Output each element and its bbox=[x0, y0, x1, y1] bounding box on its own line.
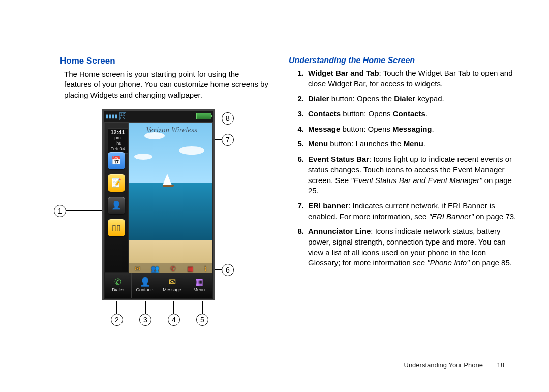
games-widget-icon: ▯▯ bbox=[108, 219, 125, 236]
dock-label: Menu bbox=[194, 287, 205, 292]
list-text: Menu button: Launches the Menu. bbox=[308, 139, 517, 149]
phone-mockup: ▮▮▮▮ 1XEV Verizon Wireless bbox=[102, 109, 215, 300]
callout-2: 2 bbox=[111, 314, 123, 326]
list-text: Contacts button: Opens Contacts. bbox=[308, 109, 517, 119]
list-number: 1. bbox=[289, 68, 304, 89]
voicemail-icon: ⌇ bbox=[204, 265, 207, 273]
numbered-list: 1.Widget Bar and Tab: Touch the Widget B… bbox=[289, 68, 517, 268]
dock-label: Contacts bbox=[136, 287, 155, 292]
dock-label: Dialer bbox=[112, 287, 124, 292]
clock-widget: 12:41 pm Thu Feb 04 bbox=[105, 125, 128, 149]
callout-leader bbox=[173, 301, 174, 314]
list-text: Event Status Bar: Icons light up to indi… bbox=[308, 154, 517, 196]
list-text: ERI banner: Indicates current network, i… bbox=[308, 201, 517, 222]
list-number: 3. bbox=[289, 109, 304, 119]
battery-icon bbox=[196, 113, 211, 119]
menu-button[interactable]: ▦ Menu bbox=[186, 273, 212, 298]
list-text: Annunciator Line: Icons indicate network… bbox=[308, 226, 517, 268]
contact-widget-icon: 👤 bbox=[108, 197, 125, 214]
callout-6: 6 bbox=[222, 264, 234, 276]
calendar-widget-icon: 📅 bbox=[108, 152, 125, 169]
list-number: 5. bbox=[289, 139, 304, 149]
footer-page-number: 18 bbox=[497, 361, 504, 369]
list-item: 3.Contacts button: Opens Contacts. bbox=[289, 109, 517, 119]
list-number: 4. bbox=[289, 124, 304, 135]
callout-8: 8 bbox=[222, 112, 234, 125]
callout-leader bbox=[145, 301, 146, 314]
data-icon: 1XEV bbox=[119, 112, 126, 120]
callout-3: 3 bbox=[139, 314, 151, 326]
list-number: 8. bbox=[289, 226, 304, 268]
dialer-button[interactable]: ✆ Dialer bbox=[105, 273, 132, 298]
missed-call-icon: ✆ bbox=[170, 265, 176, 273]
heading-home-screen: Home Screen bbox=[60, 56, 268, 66]
callout-5: 5 bbox=[196, 314, 208, 326]
clock-date: Feb 04 bbox=[108, 146, 128, 152]
signal-icon: ▮▮▮▮ bbox=[106, 113, 118, 119]
list-number: 7. bbox=[289, 201, 304, 222]
list-item: 2.Dialer button: Opens the Dialer keypad… bbox=[289, 94, 517, 104]
callout-leader bbox=[66, 210, 103, 212]
message-icon: ✉ bbox=[169, 278, 176, 287]
contacts-icon: 👤 bbox=[140, 278, 150, 287]
callout-7: 7 bbox=[222, 134, 234, 146]
widget-bar: 12:41 pm Thu Feb 04 📅 📝 👤 ▯▯ bbox=[105, 123, 128, 272]
list-text: Message button: Opens Messaging. bbox=[308, 124, 517, 135]
message-button[interactable]: ✉ Message bbox=[159, 273, 186, 298]
sailboat-graphic bbox=[163, 174, 172, 185]
callout-leader bbox=[215, 269, 222, 270]
callout-leader bbox=[215, 139, 222, 140]
menu-icon: ▦ bbox=[195, 278, 203, 287]
callout-4: 4 bbox=[168, 314, 180, 326]
heading-understanding: Understanding the Home Screen bbox=[289, 56, 517, 65]
list-item: 6.Event Status Bar: Icons light up to in… bbox=[289, 154, 517, 196]
list-text: Widget Bar and Tab: Touch the Widget Bar… bbox=[308, 68, 517, 89]
list-item: 8.Annunciator Line: Icons indicate netwo… bbox=[289, 226, 517, 268]
list-item: 1.Widget Bar and Tab: Touch the Widget B… bbox=[289, 68, 517, 89]
mail-icon: ✉ bbox=[135, 265, 140, 273]
im-icon: 👥 bbox=[151, 265, 159, 273]
clock-day: Thu bbox=[108, 141, 128, 146]
intro-paragraph: The Home screen is your starting point f… bbox=[64, 69, 268, 100]
callout-1: 1 bbox=[54, 205, 66, 217]
dock: ✆ Dialer 👤 Contacts ✉ Message ▦ Menu bbox=[105, 273, 212, 298]
footer-section: Understanding Your Phone bbox=[404, 361, 483, 369]
clock-time: 12:41 bbox=[108, 130, 128, 135]
wallpaper bbox=[129, 123, 212, 274]
event-calendar-icon: ▦ bbox=[187, 265, 193, 273]
note-widget-icon: 📝 bbox=[108, 174, 125, 192]
list-number: 6. bbox=[289, 154, 304, 196]
contacts-button[interactable]: 👤 Contacts bbox=[132, 273, 159, 298]
list-number: 2. bbox=[289, 94, 304, 104]
annunciator-line: ▮▮▮▮ 1XEV bbox=[104, 111, 214, 122]
phone-icon: ✆ bbox=[114, 278, 121, 287]
page-footer: Understanding Your Phone 18 bbox=[404, 361, 505, 369]
list-text: Dialer button: Opens the Dialer keypad. bbox=[308, 94, 517, 104]
dock-label: Message bbox=[163, 287, 181, 292]
callout-leader bbox=[215, 118, 222, 119]
list-item: 4.Message button: Opens Messaging. bbox=[289, 124, 517, 135]
eri-banner: Verizon Wireless bbox=[134, 126, 209, 134]
callout-leader bbox=[202, 301, 203, 314]
list-item: 7.ERI banner: Indicates current network,… bbox=[289, 201, 517, 222]
clock-ampm: pm bbox=[108, 135, 128, 141]
list-item: 5.Menu button: Launches the Menu. bbox=[289, 139, 517, 149]
callout-leader bbox=[116, 301, 117, 314]
home-screen-diagram: 1 8 7 6 2 3 4 5 ▮▮▮▮ bbox=[54, 108, 272, 342]
